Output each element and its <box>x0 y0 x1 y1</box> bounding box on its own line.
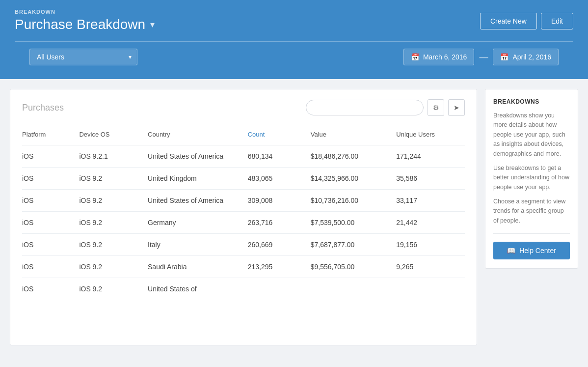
cell-count-partial <box>248 278 311 297</box>
book-icon: 📖 <box>507 247 515 254</box>
header-title-area: BREAKDOWN Purchase Breakdown ▾ <box>15 9 155 32</box>
create-new-button[interactable]: Create New <box>480 13 537 29</box>
table-thead: Platform Device OS Country Count Value U… <box>22 126 465 145</box>
cell-platform: iOS <box>22 145 79 168</box>
page-title: Purchase Breakdown ▾ <box>15 17 155 32</box>
cell-device-os: iOS 9.2.1 <box>79 145 148 168</box>
page-title-text: Purchase Breakdown <box>15 17 145 32</box>
gear-icon: ⚙ <box>433 104 439 112</box>
col-header-count[interactable]: Count <box>248 126 311 145</box>
table-controls: 🔍 ⚙ ➤ <box>306 99 465 116</box>
sidebar-text-2: Use breakdowns to get a better understan… <box>493 164 570 192</box>
header-top-row: BREAKDOWN Purchase Breakdown ▾ Create Ne… <box>15 9 573 32</box>
cell-value: $18,486,276.00 <box>311 145 397 168</box>
table-row: iOS iOS 9.2.1 United States of America 6… <box>22 145 465 168</box>
page-header: BREAKDOWN Purchase Breakdown ▾ Create Ne… <box>0 0 588 79</box>
help-center-button[interactable]: 📖 Help Center <box>493 242 570 259</box>
cell-device-partial: iOS 9.2 <box>79 278 148 297</box>
date-end-label: April 2, 2016 <box>512 53 551 61</box>
cell-country: United Kingdom <box>148 168 248 190</box>
date-start-label: March 6, 2016 <box>423 53 467 61</box>
cell-unique-users: 171,244 <box>396 145 465 168</box>
cell-country: United States of America <box>148 190 248 212</box>
table-row: iOS iOS 9.2 United States of America 309… <box>22 190 465 212</box>
cell-unique-users: 9,265 <box>396 256 465 278</box>
data-table: Platform Device OS Country Count Value U… <box>22 126 465 297</box>
cell-platform: iOS <box>22 212 79 234</box>
cell-count: 263,716 <box>248 212 311 234</box>
table-body: iOS iOS 9.2.1 United States of America 6… <box>22 145 465 297</box>
cell-country: Saudi Arabia <box>148 256 248 278</box>
date-end-button[interactable]: 📅 April 2, 2016 <box>493 49 559 65</box>
title-dropdown-arrow[interactable]: ▾ <box>150 19 155 30</box>
cell-platform: iOS <box>22 190 79 212</box>
cell-count: 260,669 <box>248 234 311 256</box>
table-header-row: Platform Device OS Country Count Value U… <box>22 126 465 145</box>
table-header: Purchases 🔍 ⚙ ➤ <box>22 99 465 116</box>
header-subtitle: BREAKDOWN <box>15 9 155 15</box>
segment-select[interactable]: All Users New Users Returning Users <box>29 49 137 65</box>
col-header-country: Country <box>148 126 248 145</box>
table-row: iOS iOS 9.2 Saudi Arabia 213,295 $9,556,… <box>22 256 465 278</box>
cell-device-os: iOS 9.2 <box>79 212 148 234</box>
table-row: iOS iOS 9.2 Italy 260,669 $7,687,877.00 … <box>22 234 465 256</box>
export-button[interactable]: ➤ <box>448 99 465 116</box>
cell-unique-users: 21,442 <box>396 212 465 234</box>
col-header-value: Value <box>311 126 397 145</box>
cell-platform: iOS <box>22 168 79 190</box>
cell-platform-partial: iOS <box>22 278 79 297</box>
sidebar-section-title: BREAKDOWNS <box>493 98 570 105</box>
cell-country: United States of America <box>148 145 248 168</box>
cell-device-os: iOS 9.2 <box>79 190 148 212</box>
calendar-end-icon: 📅 <box>500 53 508 61</box>
cell-value: $10,736,216.00 <box>311 190 397 212</box>
search-wrapper: 🔍 <box>306 100 424 115</box>
col-header-unique-users: Unique Users <box>396 126 465 145</box>
cell-value: $7,539,500.00 <box>311 212 397 234</box>
help-center-label: Help Center <box>519 247 556 254</box>
cell-count: 680,134 <box>248 145 311 168</box>
sidebar-text-3: Choose a segment to view trends for a sp… <box>493 197 570 226</box>
date-range: 📅 March 6, 2016 — 📅 April 2, 2016 <box>403 49 559 65</box>
segment-select-wrapper: All Users New Users Returning Users ▾ <box>29 49 137 65</box>
calendar-start-icon: 📅 <box>411 53 419 61</box>
header-actions: Create New Edit <box>480 13 573 29</box>
cell-value: $9,556,705.00 <box>311 256 397 278</box>
cell-device-os: iOS 9.2 <box>79 256 148 278</box>
filter-bar: All Users New Users Returning Users ▾ 📅 … <box>15 49 573 65</box>
sidebar-text-1: Breakdowns show you more details about h… <box>493 111 570 159</box>
table-row: iOS iOS 9.2 United Kingdom 483,065 $14,3… <box>22 168 465 190</box>
cell-unique-users: 19,156 <box>396 234 465 256</box>
cell-device-os: iOS 9.2 <box>79 234 148 256</box>
settings-button[interactable]: ⚙ <box>428 99 444 116</box>
main-layout: Purchases 🔍 ⚙ ➤ Platform Device OS <box>0 79 588 355</box>
cell-country-partial: United States of <box>148 278 248 297</box>
cell-unique-users: 35,586 <box>396 168 465 190</box>
edit-button[interactable]: Edit <box>541 13 573 29</box>
cell-count: 309,008 <box>248 190 311 212</box>
cell-value: $14,325,966.00 <box>311 168 397 190</box>
table-row-partial: iOS iOS 9.2 United States of <box>22 278 465 297</box>
date-separator: — <box>479 52 488 62</box>
cell-device-os: iOS 9.2 <box>79 168 148 190</box>
table-row: iOS iOS 9.2 Germany 263,716 $7,539,500.0… <box>22 212 465 234</box>
search-input[interactable] <box>306 100 424 115</box>
cell-unique-users: 33,117 <box>396 190 465 212</box>
col-header-platform: Platform <box>22 126 79 145</box>
sidebar-panel: BREAKDOWNS Breakdowns show you more deta… <box>485 89 578 345</box>
col-header-device-os: Device OS <box>79 126 148 145</box>
table-title: Purchases <box>22 103 64 113</box>
table-panel: Purchases 🔍 ⚙ ➤ Platform Device OS <box>10 89 477 345</box>
cell-count: 483,065 <box>248 168 311 190</box>
cell-platform: iOS <box>22 234 79 256</box>
cell-users-partial <box>396 278 465 297</box>
cell-count: 213,295 <box>248 256 311 278</box>
cell-country: Italy <box>148 234 248 256</box>
sidebar-divider <box>493 233 570 234</box>
cell-value: $7,687,877.00 <box>311 234 397 256</box>
export-icon: ➤ <box>454 104 459 112</box>
cell-country: Germany <box>148 212 248 234</box>
sidebar-section-breakdowns: BREAKDOWNS Breakdowns show you more deta… <box>485 89 578 269</box>
date-start-button[interactable]: 📅 March 6, 2016 <box>403 49 475 65</box>
cell-value-partial <box>311 278 397 297</box>
